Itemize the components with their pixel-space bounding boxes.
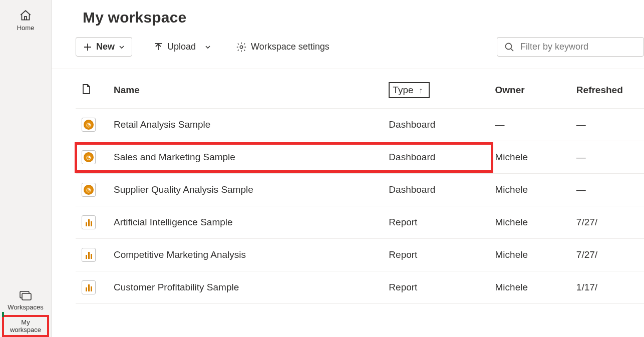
workspaces-icon — [19, 290, 32, 301]
column-header-file[interactable] — [76, 69, 108, 109]
row-name[interactable]: Competitive Marketing Analysis — [108, 239, 383, 271]
table-row[interactable]: Artificial Intelligence SampleReportMich… — [76, 206, 644, 239]
table-header-row: Name Type ↑ Owner Refreshed — [76, 69, 644, 109]
svg-point-3 — [506, 43, 512, 49]
row-owner: Michele — [489, 271, 570, 304]
column-header-refreshed[interactable]: Refreshed — [570, 69, 644, 109]
sidebar-item-label: Workspaces — [8, 303, 43, 311]
table-row[interactable]: Customer Profitability SampleReportMiche… — [76, 271, 644, 304]
filter-input[interactable] — [520, 42, 636, 52]
dashboard-icon: ◔ — [82, 150, 96, 164]
row-owner: Michele — [489, 141, 570, 174]
row-name[interactable]: Supplier Quality Analysis Sample — [108, 174, 383, 206]
header: My workspace — [52, 0, 644, 37]
row-refreshed: 7/27/ — [570, 206, 644, 239]
sidebar: Home Workspaces My workspace — [0, 0, 52, 337]
row-type: Report — [383, 206, 489, 239]
row-type: Dashboard — [383, 174, 489, 206]
sort-ascending-icon: ↑ — [419, 86, 423, 95]
row-refreshed: — — [570, 174, 644, 206]
sidebar-item-label: Home — [17, 24, 35, 32]
row-name[interactable]: Retail Analysis Sample — [108, 109, 383, 141]
upload-button[interactable]: Upload — [149, 39, 215, 55]
report-icon — [82, 248, 96, 262]
report-icon — [82, 280, 96, 294]
new-button[interactable]: New — [76, 37, 132, 57]
row-owner: Michele — [489, 206, 570, 239]
sidebar-item-workspaces[interactable]: Workspaces — [0, 286, 51, 315]
svg-point-2 — [240, 46, 243, 49]
chevron-down-icon — [119, 44, 125, 50]
column-header-type-label: Type — [393, 85, 413, 95]
row-type: Report — [383, 271, 489, 304]
sidebar-item-my-workspace[interactable]: My workspace — [2, 315, 49, 337]
sidebar-item-home[interactable]: Home — [0, 5, 51, 36]
upload-button-label: Upload — [167, 42, 196, 52]
svg-rect-1 — [22, 293, 31, 300]
dashboard-icon: ◔ — [82, 118, 96, 132]
row-icon-cell: ◔ — [76, 141, 108, 174]
page-title: My workspace — [83, 9, 644, 26]
row-name[interactable]: Customer Profitability Sample — [108, 271, 383, 304]
gear-icon — [236, 42, 247, 53]
row-refreshed: — — [570, 109, 644, 141]
sidebar-item-label: My workspace — [10, 318, 41, 333]
row-owner: Michele — [489, 239, 570, 271]
chevron-down-icon — [205, 44, 211, 50]
filter-box[interactable] — [497, 37, 644, 57]
new-button-label: New — [96, 42, 115, 52]
column-header-owner[interactable]: Owner — [489, 69, 570, 109]
table-row[interactable]: ◔Sales and Marketing SampleDashboardMich… — [76, 141, 644, 174]
workspace-settings-label: Workspace settings — [251, 42, 330, 52]
upload-icon — [153, 42, 163, 52]
row-icon-cell — [76, 239, 108, 271]
main: My workspace New Upload — [52, 0, 644, 337]
row-type: Dashboard — [383, 109, 489, 141]
row-icon-cell: ◔ — [76, 109, 108, 141]
column-header-name[interactable]: Name — [108, 69, 383, 109]
workspace-settings-button[interactable]: Workspace settings — [232, 39, 334, 56]
report-icon — [82, 215, 96, 229]
table-row[interactable]: Competitive Marketing AnalysisReportMich… — [76, 239, 644, 271]
column-header-type[interactable]: Type ↑ — [383, 69, 489, 109]
dashboard-icon: ◔ — [82, 183, 96, 197]
row-type: Report — [383, 239, 489, 271]
table-row[interactable]: ◔Retail Analysis SampleDashboard—— — [76, 109, 644, 141]
home-icon — [19, 9, 32, 22]
file-icon — [82, 84, 91, 95]
row-refreshed: — — [570, 141, 644, 174]
row-icon-cell — [76, 206, 108, 239]
row-icon-cell: ◔ — [76, 174, 108, 206]
table-row[interactable]: ◔Supplier Quality Analysis SampleDashboa… — [76, 174, 644, 206]
row-type: Dashboard — [383, 141, 489, 174]
plus-icon — [83, 43, 92, 52]
row-owner: — — [489, 109, 570, 141]
search-icon — [504, 42, 514, 52]
row-refreshed: 7/27/ — [570, 239, 644, 271]
table: Name Type ↑ Owner Refreshed ◔Retail Anal… — [52, 69, 644, 337]
row-refreshed: 1/17/ — [570, 271, 644, 304]
toolbar: New Upload — [52, 37, 644, 69]
row-name[interactable]: Artificial Intelligence Sample — [108, 206, 383, 239]
row-icon-cell — [76, 271, 108, 304]
row-owner: Michele — [489, 174, 570, 206]
row-name[interactable]: Sales and Marketing Sample — [108, 141, 383, 174]
